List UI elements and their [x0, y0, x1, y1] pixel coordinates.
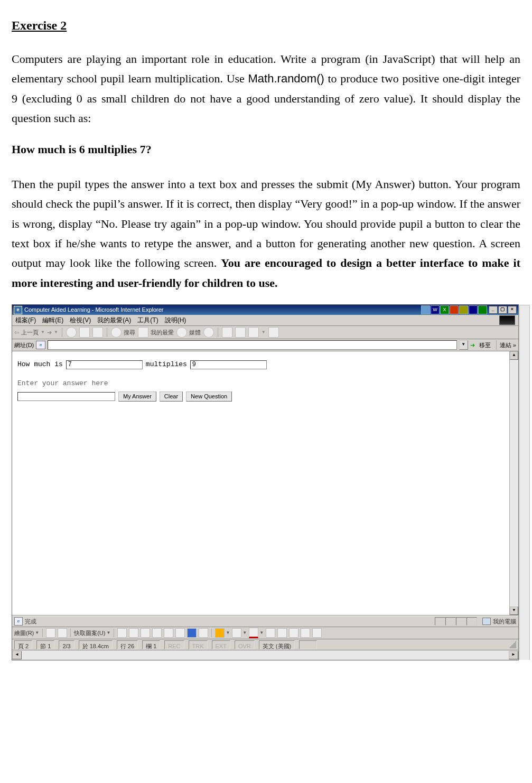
- ie-flag-logo: [499, 315, 515, 325]
- clipart-icon[interactable]: [199, 628, 208, 638]
- status-lang: 英文 (美國): [259, 640, 295, 649]
- close-button[interactable]: ×: [508, 306, 517, 314]
- shadow-icon[interactable]: [301, 628, 310, 638]
- back-arrow-icon[interactable]: ⇦: [14, 328, 19, 338]
- favorites-button[interactable]: 我的最愛: [151, 328, 174, 338]
- outer-scroll-rails: [519, 305, 530, 660]
- font-color-icon[interactable]: [249, 628, 258, 638]
- tray-icon[interactable]: X: [440, 305, 449, 314]
- chevron-down-icon[interactable]: ▼: [106, 629, 110, 637]
- go-icon[interactable]: ➜: [470, 340, 475, 350]
- status-pages: 2/3: [59, 640, 74, 649]
- threed-icon[interactable]: [312, 628, 322, 638]
- menu-edit[interactable]: 編輯(E): [42, 315, 63, 325]
- scroll-up-icon[interactable]: ▲: [510, 351, 518, 360]
- tray-icon[interactable]: [469, 305, 478, 314]
- draw-menu[interactable]: 繪圖(R): [14, 628, 34, 638]
- tray-icon[interactable]: W: [431, 305, 440, 314]
- status-ext: EXT: [212, 640, 230, 649]
- go-button[interactable]: 移至: [479, 340, 491, 350]
- maximize-button[interactable]: ▢: [498, 306, 507, 314]
- chevron-down-icon[interactable]: ▼: [259, 629, 264, 637]
- wordart-icon[interactable]: [187, 628, 197, 638]
- answer-input[interactable]: [17, 392, 115, 401]
- resize-grip-icon[interactable]: [509, 641, 516, 648]
- question-mid: multiplies: [146, 359, 187, 370]
- line-color-icon[interactable]: [232, 628, 241, 638]
- scroll-down-icon[interactable]: ▼: [510, 607, 518, 615]
- operand1-input[interactable]: [66, 360, 143, 369]
- horizontal-scrollbar[interactable]: ◄ ►: [12, 650, 518, 660]
- arrow-style-icon[interactable]: [289, 628, 298, 638]
- discuss-icon[interactable]: [268, 327, 279, 338]
- word-draw-toolbar: 繪圖(R) ▼ 快取圖案(U) ▼ ▼ ▼ ▼: [12, 627, 518, 639]
- address-input[interactable]: [48, 340, 457, 350]
- line-style-icon[interactable]: [266, 628, 275, 638]
- my-answer-button[interactable]: My Answer: [118, 392, 156, 402]
- new-question-button[interactable]: New Question: [186, 392, 232, 402]
- chevron-down-icon[interactable]: ▼: [242, 629, 247, 637]
- menubar: 檔案(F) 編輯(E) 檢視(V) 我的最愛(A) 工具(T) 說明(H): [12, 315, 518, 326]
- word-status-bar: 頁 2 節 1 2/3 於 18.4cm 行 26 欄 1 REC TRK EX…: [12, 639, 518, 650]
- status-page: 頁 2: [14, 640, 32, 649]
- menu-view[interactable]: 檢視(V): [70, 315, 91, 325]
- media-icon[interactable]: [176, 327, 187, 338]
- clear-button[interactable]: Clear: [160, 392, 183, 402]
- links-button[interactable]: 連結 »: [496, 340, 516, 350]
- chevron-down-icon[interactable]: ▼: [35, 629, 39, 637]
- search-button[interactable]: 搜尋: [124, 328, 135, 338]
- menu-fav[interactable]: 我的最愛(A): [97, 315, 131, 325]
- scroll-right-icon[interactable]: ►: [509, 651, 518, 659]
- tray-icon[interactable]: [478, 305, 487, 314]
- status-rec: REC: [164, 640, 184, 649]
- titlebar: e Computer Aided Learning - Microsoft In…: [12, 305, 518, 315]
- back-button[interactable]: 上一頁: [21, 328, 39, 338]
- page-icon: e: [14, 617, 23, 626]
- refresh-icon[interactable]: [79, 327, 90, 338]
- textbox-icon[interactable]: [164, 628, 173, 638]
- operand2-input[interactable]: [190, 360, 267, 369]
- ie-status-bar: e 完成 我的電腦: [12, 616, 518, 627]
- menu-help[interactable]: 說明(H): [165, 315, 186, 325]
- menu-tools[interactable]: 工具(T): [137, 315, 158, 325]
- vertical-scrollbar[interactable]: ▲ ▼: [509, 351, 518, 615]
- autoshapes-menu[interactable]: 快取圖案(U): [74, 628, 105, 638]
- print-icon[interactable]: [235, 327, 246, 338]
- forward-arrow-icon[interactable]: ➔: [47, 328, 52, 338]
- stop-icon[interactable]: [66, 327, 77, 338]
- tray-icon[interactable]: [421, 305, 430, 314]
- status-line: 行 26: [117, 640, 138, 649]
- vertical-textbox-icon[interactable]: [175, 628, 185, 638]
- oval-icon[interactable]: [152, 628, 162, 638]
- paragraph-2: Then the pupil types the answer into a t…: [12, 174, 520, 293]
- paragraph-1: Computers are playing an important role …: [12, 49, 520, 128]
- rotate-icon[interactable]: [58, 628, 67, 638]
- tray-icon[interactable]: [450, 305, 459, 314]
- tray-icon[interactable]: [459, 305, 468, 314]
- rectangle-icon[interactable]: [141, 628, 150, 638]
- fill-color-icon[interactable]: [215, 628, 225, 638]
- mail-icon[interactable]: [222, 327, 232, 338]
- chevron-down-icon[interactable]: ▼: [54, 329, 58, 336]
- media-button[interactable]: 媒體: [189, 328, 201, 338]
- dash-style-icon[interactable]: [277, 628, 287, 638]
- ie-app-icon: e: [14, 306, 22, 314]
- address-bar: 網址(D) e ▼ ➜ 移至 連結 »: [12, 339, 518, 351]
- favorites-icon[interactable]: [138, 327, 148, 338]
- chevron-down-icon[interactable]: ▼: [262, 329, 266, 336]
- line-icon[interactable]: [117, 628, 127, 638]
- address-label: 網址(D): [14, 340, 34, 350]
- scroll-left-icon[interactable]: ◄: [12, 651, 22, 659]
- chevron-down-icon[interactable]: ▼: [226, 629, 230, 637]
- home-icon[interactable]: [92, 327, 103, 338]
- address-dropdown-button[interactable]: ▼: [459, 340, 468, 350]
- arrow-icon[interactable]: [129, 628, 138, 638]
- pointer-icon[interactable]: [46, 628, 55, 638]
- status-section: 節 1: [36, 640, 54, 649]
- edit-icon[interactable]: [248, 327, 259, 338]
- history-icon[interactable]: [203, 327, 214, 338]
- minimize-button[interactable]: _: [489, 306, 498, 314]
- search-icon[interactable]: [111, 327, 122, 338]
- menu-file[interactable]: 檔案(F): [15, 315, 36, 325]
- chevron-down-icon[interactable]: ▼: [41, 329, 45, 336]
